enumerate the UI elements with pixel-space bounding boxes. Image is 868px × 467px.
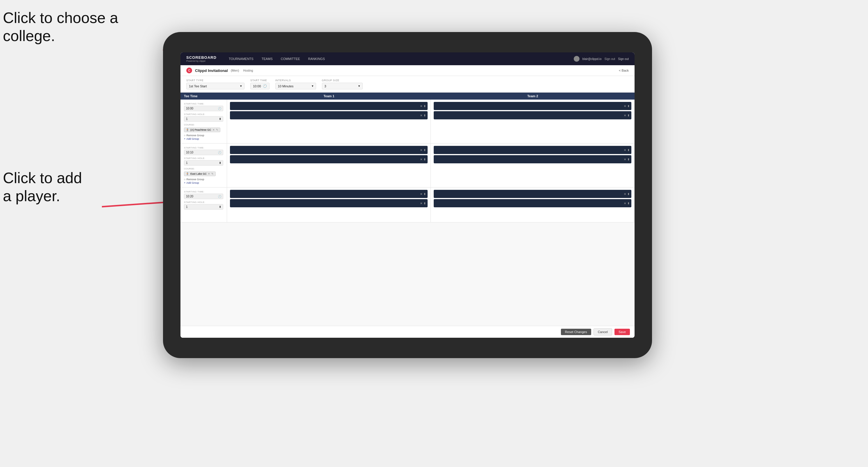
start-time-input[interactable]: 10:00 🕙 — [250, 83, 270, 89]
tee-info-2: STARTING TIME: 10:10 🕙 STARTING HOLE: 1 … — [181, 144, 227, 187]
expand-icon[interactable]: ⬍ — [424, 114, 426, 117]
close-icon[interactable]: ✕ — [420, 192, 422, 196]
nav-rankings[interactable]: RANKINGS — [305, 56, 328, 62]
player-slot-4-1[interactable]: ✕ ⬍ — [434, 146, 631, 154]
minus-icon: ○ — [184, 134, 185, 137]
course-edit-icon-2[interactable]: ✎ — [211, 173, 214, 175]
plus-icon: + — [184, 137, 185, 140]
player-slot-6-1[interactable]: ✕ ⬍ — [434, 190, 631, 198]
expand-icon[interactable]: ⬍ — [627, 202, 630, 205]
add-group-btn-1[interactable]: + Add Group — [184, 137, 223, 140]
close-icon[interactable]: ✕ — [420, 202, 422, 205]
close-icon[interactable]: ✕ — [420, 158, 422, 161]
intervals-group: Intervals 10 Minutes ▾ — [275, 79, 316, 89]
nav-committee[interactable]: COMMITTEE — [277, 56, 304, 62]
starting-hole-value-2[interactable]: 1 ⬍ — [184, 160, 223, 166]
user-avatar — [574, 56, 580, 62]
course-label-2: COURSE: — [184, 167, 223, 170]
player-slot-3-1[interactable]: ✕ ⬍ — [230, 146, 428, 154]
starting-time-value-2[interactable]: 10:10 🕙 — [184, 150, 223, 155]
expand-icon[interactable]: ⬍ — [627, 104, 630, 108]
main-content[interactable]: STARTING TIME: 10:00 🕙 STARTING HOLE: 1 … — [181, 100, 634, 326]
course-edit-icon-1[interactable]: ✎ — [216, 128, 218, 131]
player-slot-1-1[interactable]: ✕ ⬍ — [230, 102, 428, 110]
course-remove-icon-2[interactable]: ✕ — [208, 173, 210, 175]
chevron-down-icon: ▾ — [312, 84, 313, 88]
team1-cell-1: ✕ ⬍ ✕ ⬍ — [227, 100, 431, 143]
starting-hole-value-3[interactable]: 1 ⬍ — [184, 204, 223, 210]
player-slot-5-1[interactable]: ✕ ⬍ — [230, 190, 428, 198]
reset-changes-button[interactable]: Reset Changes — [561, 329, 591, 335]
player-slot-1-2[interactable]: ✕ ⬍ — [230, 111, 428, 119]
expand-icon[interactable]: ⬍ — [627, 114, 630, 117]
expand-icon[interactable]: ⬍ — [627, 149, 630, 152]
remove-group-btn-1[interactable]: ○ Remove Group — [184, 134, 223, 137]
course-label-1: COURSE: — [184, 123, 223, 126]
expand-icon[interactable]: ⬍ — [424, 104, 426, 108]
course-icon: 🏌 — [186, 173, 189, 175]
close-icon[interactable]: ✕ — [624, 158, 626, 161]
close-icon[interactable]: ✕ — [624, 104, 626, 108]
expand-icon[interactable]: ⬍ — [424, 192, 426, 196]
tee-actions-1: ○ Remove Group + Add Group — [184, 134, 223, 140]
tee-actions-2: ○ Remove Group + Add Group — [184, 178, 223, 184]
player-slot-2-2[interactable]: ✕ ⬍ — [434, 111, 631, 119]
expand-icon[interactable]: ⬍ — [424, 158, 426, 161]
player-slot-5-2[interactable]: ✕ ⬍ — [230, 199, 428, 207]
close-icon[interactable]: ✕ — [624, 192, 626, 196]
cancel-button[interactable]: Cancel — [593, 329, 612, 335]
nav-tournaments[interactable]: TOURNAMENTS — [225, 56, 257, 62]
starting-hole-label-1: STARTING HOLE: — [184, 113, 223, 116]
close-icon[interactable]: ✕ — [624, 114, 626, 117]
course-tag-1[interactable]: 🏌 (A) Peachtree GC ✕ ✎ — [184, 127, 220, 132]
start-type-select[interactable]: 1st Tee Start ▾ — [186, 83, 245, 89]
close-icon[interactable]: ✕ — [624, 149, 626, 152]
starting-time-value-3[interactable]: 10:20 🕙 — [184, 194, 223, 199]
close-icon[interactable]: ✕ — [624, 202, 626, 205]
brand: SCOREBOARD Powered by clippd — [186, 55, 217, 62]
col-team2: Team 2 — [431, 93, 634, 100]
player-slot-6-2[interactable]: ✕ ⬍ — [434, 199, 631, 207]
group-size-label: Group Size — [322, 79, 363, 82]
hosting-badge: Hosting — [243, 69, 253, 72]
nav-items: TOURNAMENTS TEAMS COMMITTEE RANKINGS — [225, 56, 574, 62]
tee-row-1: STARTING TIME: 10:00 🕙 STARTING HOLE: 1 … — [181, 100, 634, 144]
close-icon[interactable]: ✕ — [420, 104, 422, 108]
player-slot-4-2[interactable]: ✕ ⬍ — [434, 155, 631, 163]
close-icon[interactable]: ✕ — [420, 114, 422, 117]
back-button[interactable]: < Back — [619, 69, 629, 72]
plus-icon: + — [184, 181, 185, 184]
course-icon: 🏌 — [186, 128, 189, 131]
tablet-screen: SCOREBOARD Powered by clippd TOURNAMENTS… — [181, 53, 634, 338]
remove-group-btn-2[interactable]: ○ Remove Group — [184, 178, 223, 181]
tee-info-1: STARTING TIME: 10:00 🕙 STARTING HOLE: 1 … — [181, 100, 227, 143]
start-type-label: Start Type — [186, 79, 245, 82]
starting-time-value-1[interactable]: 10:00 🕙 — [184, 106, 223, 111]
sign-out-link[interactable]: Sign out — [604, 57, 615, 61]
expand-icon[interactable]: ⬍ — [627, 158, 630, 161]
intervals-select[interactable]: 10 Minutes ▾ — [275, 83, 316, 89]
expand-icon[interactable]: ⬍ — [424, 149, 426, 152]
add-group-btn-2[interactable]: + Add Group — [184, 181, 223, 184]
team2-cell-3: ✕ ⬍ ✕ ⬍ — [431, 187, 634, 222]
sub-header: C Clippd Invitational (Men) Hosting < Ba… — [181, 65, 634, 76]
save-button[interactable]: Save — [615, 329, 630, 335]
player-slot-2-1[interactable]: ✕ ⬍ — [434, 102, 631, 110]
sign-out-text[interactable]: Sign out — [618, 57, 629, 61]
start-type-group: Start Type 1st Tee Start ▾ — [186, 79, 245, 89]
tournament-name: Clippd Invitational — [195, 68, 228, 73]
header-right: blair@clippd.io Sign out Sign out — [574, 56, 629, 62]
course-tag-2[interactable]: 🏌 East Lake GC ✕ ✎ — [184, 172, 216, 176]
start-time-label: Start Time — [250, 79, 270, 82]
course-remove-icon-1[interactable]: ✕ — [213, 128, 215, 131]
brand-title: SCOREBOARD — [186, 55, 217, 60]
expand-icon[interactable]: ⬍ — [424, 202, 426, 205]
close-icon[interactable]: ✕ — [420, 149, 422, 152]
nav-teams[interactable]: TEAMS — [258, 56, 276, 62]
chevron-down-icon: ▾ — [358, 84, 360, 88]
starting-hole-value-1[interactable]: 1 ⬍ — [184, 116, 223, 122]
expand-icon[interactable]: ⬍ — [627, 192, 630, 196]
group-size-select[interactable]: 3 ▾ — [322, 83, 363, 89]
app-header: SCOREBOARD Powered by clippd TOURNAMENTS… — [181, 53, 634, 65]
player-slot-3-2[interactable]: ✕ ⬍ — [230, 155, 428, 163]
